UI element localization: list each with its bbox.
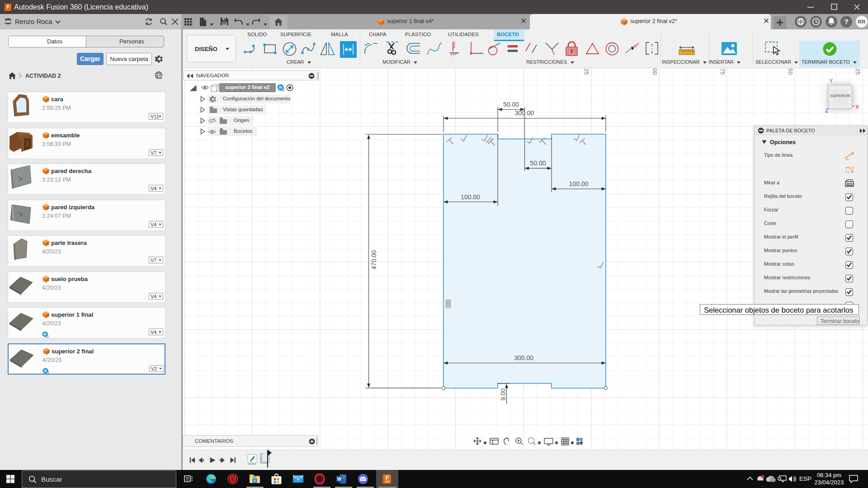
svg-text:F: F [7, 5, 9, 9]
svg-text:R: R [44, 332, 47, 337]
svg-text:F: F [386, 475, 389, 481]
svg-text:100.00: 100.00 [569, 180, 589, 188]
svg-text:W: W [337, 477, 342, 482]
svg-text:R: R [44, 368, 47, 373]
svg-text:50.00: 50.00 [530, 160, 546, 167]
svg-text:50.00: 50.00 [503, 101, 519, 108]
svg-text:470.00: 470.00 [370, 250, 377, 269]
svg-text:360: 360 [386, 481, 389, 483]
svg-text:300.00: 300.00 [515, 109, 534, 117]
svg-text:300.00: 300.00 [514, 354, 533, 361]
svg-text:9.00: 9.00 [500, 388, 507, 400]
svg-text:100.00: 100.00 [461, 193, 480, 201]
